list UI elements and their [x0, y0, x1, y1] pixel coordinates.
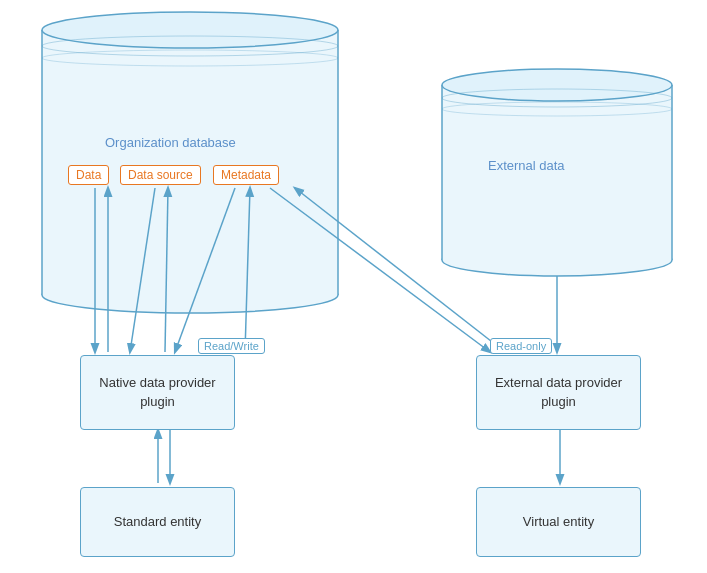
svg-line-19	[245, 188, 250, 352]
svg-point-11	[442, 69, 672, 101]
metadata-tag: Metadata	[213, 165, 279, 185]
svg-line-17	[165, 188, 168, 352]
svg-line-21	[295, 188, 505, 352]
ext-db-label: External data	[488, 158, 565, 173]
svg-rect-1	[42, 30, 338, 295]
svg-line-16	[130, 188, 155, 352]
svg-point-7	[442, 244, 672, 276]
datasource-tag: Data source	[120, 165, 201, 185]
readonly-badge: Read-only	[490, 338, 552, 354]
diagram-container: Organization database External data Data…	[0, 0, 707, 573]
svg-point-5	[42, 36, 338, 56]
svg-point-6	[42, 50, 338, 66]
svg-point-12	[442, 89, 672, 107]
data-tag: Data	[68, 165, 109, 185]
native-provider-box: Native data providerplugin	[80, 355, 235, 430]
svg-line-18	[175, 188, 235, 352]
external-provider-box: External data providerplugin	[476, 355, 641, 430]
virtual-entity-box: Virtual entity	[476, 487, 641, 557]
readwrite-badge: Read/Write	[198, 338, 265, 354]
svg-point-4	[42, 12, 338, 48]
svg-point-0	[42, 277, 338, 313]
svg-point-13	[442, 102, 672, 116]
standard-entity-box: Standard entity	[80, 487, 235, 557]
org-db-label: Organization database	[105, 135, 236, 150]
svg-line-20	[270, 188, 490, 352]
